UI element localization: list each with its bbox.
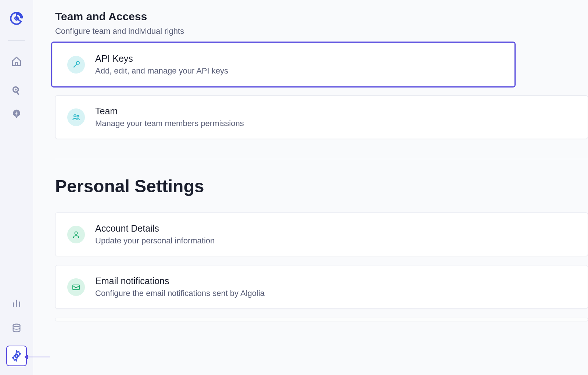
sidebar-item-ai[interactable]: [9, 106, 24, 121]
team-access-subtitle: Configure team and individual rights: [55, 26, 588, 36]
sidebar-item-home[interactable]: [9, 54, 24, 69]
user-icon: [67, 226, 85, 243]
section-divider: [55, 159, 588, 159]
sidebar-item-analytics[interactable]: [9, 296, 24, 310]
home-icon: [11, 56, 22, 67]
algolia-logo-icon: [9, 11, 24, 26]
card-title: API Keys: [95, 53, 228, 64]
card-account-details[interactable]: Account Details Update your personal inf…: [55, 213, 588, 256]
lightning-circle-icon: [12, 109, 21, 118]
card-api-keys[interactable]: API Keys Add, edit, and manage your API …: [52, 43, 514, 86]
svg-rect-1: [15, 63, 17, 66]
card-desc: Configure the email notifications sent b…: [95, 289, 265, 298]
mail-icon: [67, 278, 85, 296]
card-email-notifications[interactable]: Email notifications Configure the email …: [55, 265, 588, 309]
personal-settings-heading: Personal Settings: [55, 176, 588, 196]
key-icon: [67, 56, 85, 74]
sidebar-item-data[interactable]: [9, 321, 24, 335]
sidebar-divider: [8, 40, 25, 41]
svg-line-14: [74, 67, 75, 67]
card-title: Email notifications: [95, 276, 265, 286]
card-desc: Add, edit, and manage your API keys: [95, 66, 228, 76]
sidebar-item-settings[interactable]: [6, 346, 27, 366]
annotation-arrow: [28, 357, 50, 357]
svg-point-3: [15, 89, 17, 90]
card-team[interactable]: Team Manage your team members permission…: [55, 95, 588, 139]
svg-point-16: [77, 115, 79, 117]
card-title: Team: [95, 106, 244, 117]
bar-chart-icon: [11, 298, 22, 308]
gear-icon: [10, 350, 23, 362]
card-desc: Update your personal information: [95, 236, 215, 246]
sidebar-item-search[interactable]: [9, 83, 24, 98]
logo-algolia[interactable]: [8, 10, 25, 26]
team-access-heading: Team and Access: [55, 10, 588, 23]
sidebar: [0, 0, 33, 375]
svg-point-15: [74, 115, 76, 117]
svg-line-13: [74, 64, 77, 67]
svg-point-12: [76, 61, 79, 64]
team-icon: [67, 108, 85, 126]
svg-rect-18: [73, 285, 79, 290]
magnifier-icon: [11, 86, 22, 96]
card-peek-next[interactable]: [55, 318, 588, 321]
card-desc: Manage your team members permissions: [95, 119, 244, 128]
database-icon: [11, 323, 22, 333]
main-content: Team and Access Configure team and indiv…: [33, 0, 588, 375]
svg-line-4: [17, 92, 18, 94]
svg-point-10: [13, 324, 20, 327]
card-title: Account Details: [95, 223, 215, 234]
svg-point-17: [75, 232, 78, 234]
